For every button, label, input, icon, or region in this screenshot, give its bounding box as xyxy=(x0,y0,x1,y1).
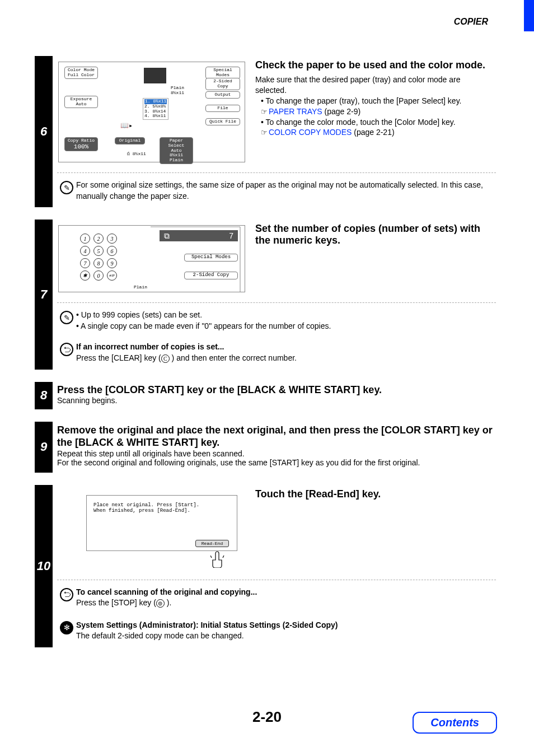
step-number: 8 xyxy=(35,382,53,409)
step-10-title: Touch the [Read-End] key. xyxy=(255,488,494,500)
step-10: 10 Place next original. Press [Start]. W… xyxy=(35,485,496,647)
panel-copy-ratio: Copy Ratio100% xyxy=(64,137,98,151)
step-6-bullet-2: To change the color mode, touch the [Col… xyxy=(261,117,494,138)
link-paper-trays[interactable]: PAPER TRAYS xyxy=(269,107,322,116)
admin-text: The default 2-sided copy mode can be cha… xyxy=(76,631,493,642)
pointer-icon: ☞ xyxy=(261,128,268,138)
step-10-tip-title: To cancel scanning of the original and c… xyxy=(76,587,493,598)
step-7-note-1: • Up to 999 copies (sets) can be set. xyxy=(76,310,493,321)
step-7: 7 123 456 789 ✱0#/P ⧉7 xyxy=(35,220,496,369)
step-10-tip-text: Press the [STOP] key (⊚ ). xyxy=(76,598,493,609)
copies-display: ⧉7 xyxy=(160,230,238,241)
link-color-copy-modes[interactable]: COLOR COPY MODES xyxy=(269,128,352,137)
step-6-intro: Make sure that the desired paper (tray) … xyxy=(255,74,494,96)
dialog-line-2: When finished, press [Read-End]. xyxy=(93,508,230,514)
panel-2sided: 2-Sided Copy xyxy=(205,78,240,90)
book-icon: 📖▸ xyxy=(120,122,133,130)
step-6-bullet-1: To change the paper (tray), touch the [P… xyxy=(261,96,494,117)
step-7-note-2: • A single copy can be made even if "0" … xyxy=(76,321,493,332)
step-7-tip-text: Press the [CLEAR] key (C ) and then ente… xyxy=(76,353,493,364)
panel-tray-list: 1. 8½x11 2. 5½x8½ 3. 8½x14 4. 8½x11 xyxy=(143,98,168,120)
step-number: 6 xyxy=(35,56,53,207)
read-end-dialog: Place next original. Press [Start]. When… xyxy=(86,495,237,551)
step-8-text: Scanning begins. xyxy=(57,396,496,405)
panel-output: Output xyxy=(205,91,240,99)
step-6-title: Check the paper to be used and the color… xyxy=(255,59,494,71)
step-9-line2: For the second original and following or… xyxy=(57,458,496,467)
panel-paper-select: Paper SelectAuto8½x11Plain xyxy=(160,137,193,164)
step-6: 6 Color ModeFull Color ExposureAuto Copy… xyxy=(35,56,496,207)
note-icon: ✎ xyxy=(60,311,73,324)
panel-special-modes: Special Modes xyxy=(184,254,238,262)
panel-color-mode: Color ModeFull Color xyxy=(64,67,98,79)
step-7-tip-title: If an incorrect number of copies is set.… xyxy=(76,342,493,353)
step-8: 8 Press the [COLOR START] key or the [BL… xyxy=(35,382,496,409)
page-content: 6 Color ModeFull Color ExposureAuto Copy… xyxy=(35,56,496,660)
pointer-icon: ☞ xyxy=(261,107,268,117)
clear-key-icon: C xyxy=(161,354,170,363)
gear-icon: ✻ xyxy=(60,621,73,634)
panel-original: Original xyxy=(115,137,145,144)
step-7-title: Set the number of copies (number of sets… xyxy=(255,223,494,246)
section-title: COPIER xyxy=(454,17,488,27)
copier-panel-diagram: Color ModeFull Color ExposureAuto Copy R… xyxy=(58,62,245,162)
panel-exposure: ExposureAuto xyxy=(64,96,98,108)
panel-2sided: 2-Sided Copy xyxy=(184,272,238,279)
note-icon: ✎ xyxy=(60,181,73,194)
step-9: 9 Remove the original and place the next… xyxy=(35,422,496,473)
stop-key-icon: ⊚ xyxy=(156,599,165,608)
step-9-line1: Repeat this step until all originals hav… xyxy=(57,449,496,458)
step-number: 7 xyxy=(35,220,53,369)
panel-quick-file: Quick File xyxy=(205,118,240,125)
panel-plain-text: Plain8½x11 xyxy=(171,86,184,96)
header-blue-bar xyxy=(524,0,534,31)
step-8-title: Press the [COLOR START] key or the [BLAC… xyxy=(57,384,496,396)
panel-special-modes: Special Modes xyxy=(205,67,240,79)
panel-auto-image-size: ⎙ 8½x11 xyxy=(127,152,146,157)
step-6-note: For some original size settings, the sam… xyxy=(76,180,496,202)
preview-thumb xyxy=(144,68,166,83)
read-end-button: Read-End xyxy=(195,540,229,547)
keypad-diagram: 123 456 789 ✱0#/P ⧉7 Special Modes 2-Sid… xyxy=(58,225,245,292)
step-number: 9 xyxy=(35,422,53,473)
undo-icon: ⮌ xyxy=(60,343,73,356)
step-9-title: Remove the original and place the next o… xyxy=(57,424,496,449)
panel-plain: Plain xyxy=(134,284,147,290)
contents-button[interactable]: Contents xyxy=(413,712,497,734)
step-number: 10 xyxy=(35,485,53,647)
panel-file: File xyxy=(205,105,240,112)
finger-press-icon xyxy=(210,550,245,570)
admin-title: System Settings (Administrator): Initial… xyxy=(76,620,493,631)
undo-icon: ⮌ xyxy=(60,588,73,601)
dialog-line-1: Place next original. Press [Start]. xyxy=(93,502,230,508)
